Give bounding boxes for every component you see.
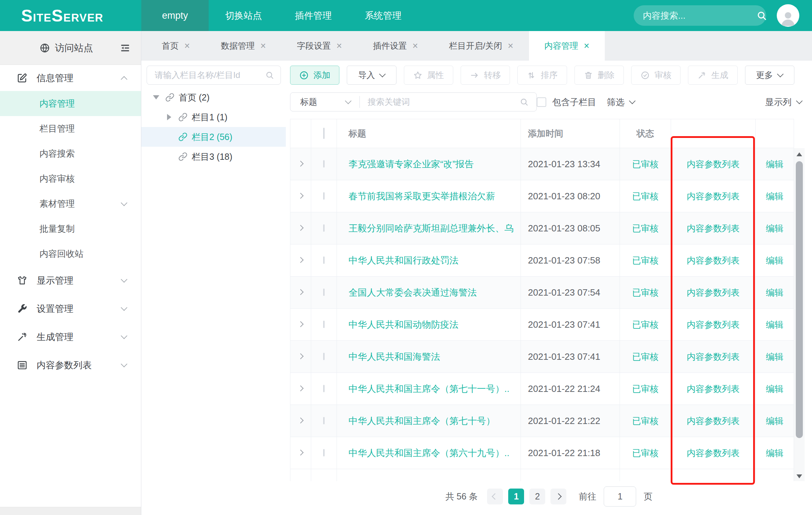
tab-field-settings[interactable]: 字段设置× — [282, 31, 358, 61]
edit-link[interactable]: 编辑 — [766, 255, 783, 265]
goto-page-input[interactable] — [604, 486, 636, 507]
content-title-link[interactable]: 李克强邀请专家企业家“改”报告 — [349, 159, 474, 169]
tab-column-toggle[interactable]: 栏目开启/关闭× — [433, 31, 529, 61]
transfer-button[interactable]: 转移 — [461, 66, 510, 85]
edit-link[interactable]: 编辑 — [766, 159, 783, 169]
import-button[interactable]: 导入 — [347, 66, 396, 85]
edit-link[interactable]: 编辑 — [766, 191, 783, 201]
edit-link[interactable]: 编辑 — [766, 352, 783, 362]
expand-row-icon[interactable] — [298, 450, 304, 456]
sidebar-item-content-search[interactable]: 内容搜索 — [0, 141, 141, 166]
content-title-link[interactable]: 中华人民共和国行政处罚法 — [349, 255, 459, 266]
tree-node-home[interactable]: 首页 (2) — [141, 87, 286, 107]
content-title-link[interactable]: 中华人民共和国主席令（第七十一号）.. — [349, 383, 509, 394]
row-checkbox[interactable] — [323, 192, 325, 200]
page-1-button[interactable]: 1 — [508, 489, 524, 504]
expand-row-icon[interactable] — [298, 161, 304, 167]
current-site-button[interactable]: empty — [141, 0, 209, 31]
content-param-list-link[interactable]: 内容参数列表 — [687, 352, 740, 362]
row-checkbox[interactable] — [323, 160, 325, 168]
edit-link[interactable]: 编辑 — [766, 384, 783, 394]
nav-system-management[interactable]: 系统管理 — [348, 0, 418, 31]
edit-link[interactable]: 编辑 — [766, 287, 783, 297]
content-title-link[interactable]: 中华人民共和国主席令（第六十九号）.. — [349, 448, 509, 458]
next-page-button[interactable] — [550, 489, 566, 504]
sidebar-item-column-management[interactable]: 栏目管理 — [0, 116, 141, 141]
content-param-list-link[interactable]: 内容参数列表 — [687, 255, 740, 265]
row-checkbox[interactable] — [323, 449, 325, 456]
edit-link[interactable]: 编辑 — [766, 223, 783, 233]
menu-fold-icon[interactable] — [120, 43, 130, 53]
sidebar-item-batch-copy[interactable]: 批量复制 — [0, 216, 141, 241]
close-icon[interactable]: × — [260, 41, 266, 51]
tree-node-column1[interactable]: 栏目1 (1) — [141, 107, 286, 127]
close-icon[interactable]: × — [412, 41, 418, 51]
table-scrollbar[interactable] — [794, 148, 805, 481]
visit-site-header[interactable]: 访问站点 — [0, 31, 141, 65]
nav-plugin-management[interactable]: 插件管理 — [278, 0, 348, 31]
tree-node-column2-selected[interactable]: 栏目2 (56) — [141, 127, 286, 147]
prev-page-button[interactable] — [487, 489, 503, 504]
delete-button[interactable]: 删除 — [574, 66, 624, 85]
sidebar-group-generate-management[interactable]: 生成管理 — [0, 323, 141, 351]
expand-row-icon[interactable] — [298, 386, 304, 392]
sort-button[interactable]: 排序 — [517, 66, 567, 85]
content-param-list-link[interactable]: 内容参数列表 — [687, 287, 740, 297]
content-param-list-link[interactable]: 内容参数列表 — [687, 416, 740, 426]
row-checkbox[interactable] — [323, 321, 325, 328]
tree-search-input[interactable] — [155, 70, 265, 80]
edit-link[interactable]: 编辑 — [766, 416, 783, 426]
user-avatar[interactable] — [777, 4, 799, 27]
scroll-down-icon[interactable] — [796, 474, 802, 478]
sidebar-item-content-management[interactable]: 内容管理 — [0, 91, 141, 116]
search-icon[interactable] — [756, 10, 767, 21]
sidebar-group-info-management[interactable]: 信息管理 — [0, 65, 141, 91]
content-title-link[interactable]: 中华人民共和国海警法 — [349, 351, 440, 362]
tree-collapse-icon[interactable] — [153, 95, 159, 99]
content-title-link[interactable]: 中华人民共和国主席令（第七十号） — [349, 416, 495, 426]
content-title-link[interactable]: 春节前我国将采取更实举措根治欠薪 — [349, 191, 495, 201]
content-param-list-link[interactable]: 内容参数列表 — [687, 191, 740, 201]
expand-row-icon[interactable] — [298, 289, 304, 295]
select-all-checkbox[interactable] — [323, 128, 325, 139]
review-button[interactable]: 审核 — [631, 66, 681, 85]
sidebar-scrollbar-track[interactable] — [0, 507, 141, 515]
search-field-select[interactable]: 标题 — [290, 96, 359, 108]
row-checkbox[interactable] — [323, 224, 325, 232]
keyword-input[interactable] — [368, 97, 519, 107]
content-title-link[interactable]: 中华人民共和国动物防疫法 — [349, 319, 459, 330]
content-param-list-link[interactable]: 内容参数列表 — [687, 159, 740, 169]
close-icon[interactable]: × — [337, 41, 342, 51]
edit-link[interactable]: 编辑 — [766, 320, 783, 329]
row-checkbox[interactable] — [323, 385, 325, 392]
content-param-list-link[interactable]: 内容参数列表 — [687, 320, 740, 329]
row-checkbox[interactable] — [323, 417, 325, 424]
expand-row-icon[interactable] — [298, 193, 304, 199]
more-button[interactable]: 更多 — [745, 66, 794, 85]
edit-link[interactable]: 编辑 — [766, 448, 783, 458]
global-search-input[interactable] — [643, 11, 756, 21]
close-icon[interactable]: × — [508, 41, 513, 51]
tab-data-management[interactable]: 数据管理× — [205, 31, 282, 61]
expand-row-icon[interactable] — [298, 257, 304, 263]
expand-row-icon[interactable] — [298, 321, 304, 327]
attributes-button[interactable]: 属性 — [404, 66, 453, 85]
add-button[interactable]: 添加 — [290, 66, 339, 85]
generate-button[interactable]: 生成 — [688, 66, 737, 85]
sidebar-group-content-param-list[interactable]: 内容参数列表 — [0, 351, 141, 379]
row-checkbox[interactable] — [323, 289, 325, 296]
nav-switch-site[interactable]: 切换站点 — [209, 0, 278, 31]
tree-expand-icon[interactable] — [167, 114, 171, 120]
close-icon[interactable]: × — [584, 41, 590, 51]
scrollbar-thumb[interactable] — [796, 161, 803, 438]
scroll-up-icon[interactable] — [796, 152, 802, 156]
row-checkbox[interactable] — [323, 256, 325, 264]
search-icon[interactable] — [519, 97, 529, 107]
columns-dropdown[interactable]: 显示列 — [765, 96, 802, 108]
tree-search-box[interactable] — [147, 66, 281, 85]
include-children-checkbox[interactable] — [537, 97, 546, 107]
row-checkbox[interactable] — [323, 353, 325, 360]
content-param-list-link[interactable]: 内容参数列表 — [687, 223, 740, 233]
sidebar-item-content-review[interactable]: 内容审核 — [0, 166, 141, 191]
tab-content-management[interactable]: 内容管理× — [529, 31, 605, 61]
